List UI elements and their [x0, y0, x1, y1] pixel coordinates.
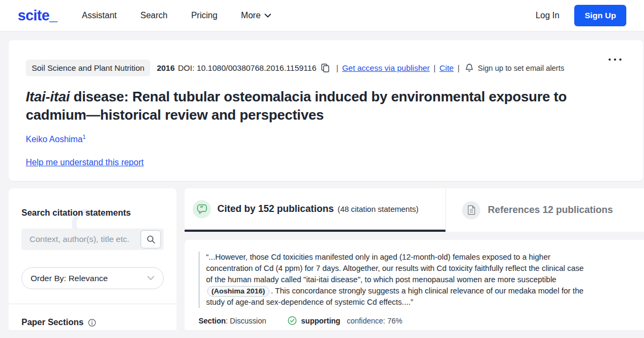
sidebar-divider — [9, 304, 177, 304]
main-nav: Assistant Search Pricing More — [82, 11, 295, 20]
author-link[interactable]: Keiko Aoshima1 — [26, 134, 626, 144]
svg-text:”: ” — [200, 205, 203, 211]
search-sidebar: Search citation statements Order By: Rel… — [9, 188, 177, 330]
paper-sections-heading: Paper Sections — [21, 318, 164, 327]
paper-header-card: Soil Science and Plant Nutrition 2016 DO… — [9, 40, 643, 181]
info-icon[interactable] — [88, 319, 96, 327]
statement-meta-row: Section : Discussion supporting confiden… — [199, 316, 629, 325]
login-link[interactable]: Log In — [536, 11, 559, 20]
citation-search — [21, 229, 164, 250]
nav-item-more[interactable]: More — [241, 11, 270, 20]
citation-quote-icon: ” — [193, 200, 211, 218]
email-alerts-action[interactable]: Sign up to set email alerts — [465, 63, 564, 72]
supporting-classification[interactable]: supporting — [288, 316, 340, 325]
chevron-down-icon — [265, 13, 271, 18]
citation-statements-count: (48 citation statements) — [338, 205, 419, 214]
get-access-link[interactable]: Get access via publisher — [342, 63, 429, 72]
separator: | — [434, 63, 436, 72]
email-alerts-label: Sign up to set email alerts — [478, 64, 564, 72]
chevron-down-icon — [147, 276, 155, 281]
nav-item-assistant[interactable]: Assistant — [82, 11, 117, 20]
search-citation-heading: Search citation statements — [21, 208, 164, 218]
cite-link[interactable]: Cite — [440, 63, 454, 72]
bell-icon — [465, 63, 473, 72]
publication-year: 2016 — [157, 63, 174, 72]
help-understand-link[interactable]: Help me understand this report — [26, 158, 144, 167]
quote-text-part1: “...However, those Cd toxicities manifes… — [206, 253, 584, 284]
paper-meta-row: Soil Science and Plant Nutrition 2016 DO… — [26, 60, 626, 76]
order-by-value: Order By: Relevance — [31, 274, 108, 283]
tab-cited-by[interactable]: ” Cited by 152 publications (48 citation… — [185, 188, 445, 232]
cited-by-label: Cited by 152 publications — [217, 203, 334, 215]
paper-title-rest: disease: Renal tubular osteomalacia indu… — [26, 89, 567, 123]
order-by-select[interactable]: Order By: Relevance — [21, 267, 164, 289]
supporting-tag: supporting — [301, 317, 340, 325]
tab-references[interactable]: References 12 publications — [445, 188, 644, 232]
lower-section: Search citation statements Order By: Rel… — [9, 188, 644, 330]
journal-badge[interactable]: Soil Science and Plant Nutrition — [26, 60, 150, 76]
section-label: Section — [199, 317, 226, 325]
signup-button[interactable]: Sign Up — [574, 5, 626, 26]
citation-statement-quote: “...However, those Cd toxicities manifes… — [199, 252, 586, 308]
copy-doi-icon[interactable] — [321, 63, 330, 72]
paper-title: Itai-itai disease: Renal tubular osteoma… — [26, 88, 573, 124]
doi-text: DOI: 10.1080/00380768.2016.1159116 — [178, 63, 317, 72]
citations-main-column: ” Cited by 152 publications (48 citation… — [185, 188, 644, 330]
section-value: : Discussion — [226, 317, 266, 325]
inline-citation-badge[interactable]: (Aoshima 2016) — [207, 286, 269, 297]
paper-title-italic: Itai-itai — [26, 89, 70, 105]
nav-item-search[interactable]: Search — [140, 11, 167, 20]
nav-item-pricing[interactable]: Pricing — [191, 11, 217, 20]
citation-statement-card: “...However, those Cd toxicities manifes… — [185, 240, 644, 330]
author-affiliation-superscript: 1 — [83, 134, 86, 140]
confidence-value: confidence: 76% — [347, 317, 402, 325]
top-navigation-bar: scite_ Assistant Search Pricing More Log… — [0, 0, 644, 32]
references-label: References 12 publications — [488, 204, 613, 216]
search-icon — [147, 235, 156, 244]
citations-tabs: ” Cited by 152 publications (48 citation… — [185, 188, 644, 232]
scite-logo[interactable]: scite_ — [18, 9, 57, 23]
check-circle-icon — [288, 316, 297, 325]
separator: | — [336, 63, 339, 72]
separator: | — [457, 63, 459, 72]
search-submit-button[interactable] — [141, 230, 161, 248]
more-options-icon[interactable] — [605, 55, 625, 64]
references-document-icon — [462, 201, 480, 219]
